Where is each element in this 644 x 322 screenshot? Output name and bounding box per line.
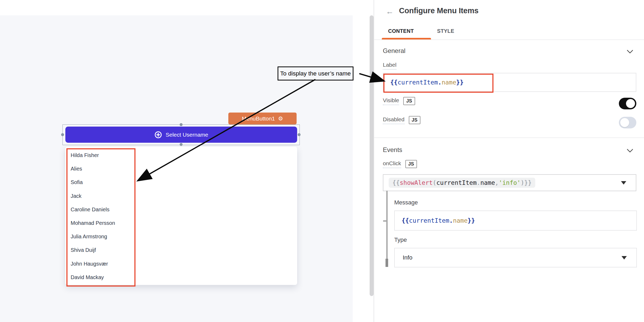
code-paren: ( <box>433 179 436 186</box>
section-divider <box>374 137 644 138</box>
onclick-js-toggle[interactable]: JS <box>405 160 417 168</box>
menu-item[interactable]: Hilda Fisher <box>71 152 131 158</box>
type-label: Type <box>394 236 407 243</box>
disabled-switch[interactable] <box>619 117 636 128</box>
panel-scrollbar[interactable] <box>370 15 374 296</box>
app-root: MenuButton1 ⚙ Select Username Hilda Fish… <box>0 0 644 322</box>
visible-label: Visible <box>383 97 399 105</box>
label-field-label: Label <box>383 62 396 70</box>
onclick-action-chip: {{showAlert(currentItem.name,'info')}} <box>389 178 535 188</box>
message-label: Message <box>394 199 418 206</box>
message-input[interactable]: {{currentItem.name}} <box>394 211 637 231</box>
tabbar-divider <box>374 39 644 40</box>
code-close-braces: }} <box>524 179 532 186</box>
chevron-down-icon[interactable] <box>627 148 633 153</box>
menu-item[interactable]: Shiva Duijf <box>71 247 131 253</box>
code-string: 'info' <box>499 179 521 186</box>
code-open-braces: {{ <box>402 217 409 224</box>
menu-item-list: Hilda Fisher Alies Sofia Jack Caroline D… <box>71 149 131 284</box>
code-comma: , <box>495 179 499 186</box>
type-selected-value: Info <box>403 254 412 261</box>
message-input-value: {{currentItem.name}} <box>402 217 475 224</box>
code-object: currentItem <box>409 217 449 224</box>
action-tree-connector-end <box>386 259 388 267</box>
back-button[interactable]: ← <box>384 6 395 17</box>
menu-item[interactable]: Sofia <box>71 179 131 185</box>
menu-item[interactable]: Mohamad Persson <box>71 220 131 226</box>
action-tree-connector <box>386 191 388 267</box>
panel-title: Configure Menu Items <box>399 6 479 15</box>
onclick-action-select[interactable]: {{showAlert(currentItem.name,'info')}} <box>383 174 636 191</box>
plus-circle-icon <box>154 131 162 139</box>
code-dot: . <box>449 217 453 224</box>
select-username-label: Select Username <box>166 132 208 138</box>
section-events-title: Events <box>383 146 402 154</box>
resize-handle-top[interactable] <box>180 123 183 126</box>
code-prop: name <box>453 217 468 224</box>
resize-handle-right[interactable] <box>298 133 301 136</box>
code-dot: . <box>477 179 480 186</box>
widget-name-label: MenuButton1 <box>242 115 275 122</box>
menu-item[interactable]: David Mackay <box>71 274 131 280</box>
dropdown-caret-icon[interactable] <box>621 181 626 185</box>
visible-switch[interactable] <box>619 98 636 109</box>
dropdown-caret-icon[interactable] <box>622 256 627 260</box>
panel-divider <box>374 0 374 322</box>
switch-knob <box>620 118 629 127</box>
gear-icon[interactable]: ⚙ <box>278 116 283 121</box>
disabled-js-toggle[interactable]: JS <box>409 116 420 124</box>
menu-item[interactable]: John Haugsvær <box>71 261 131 267</box>
menu-item[interactable]: Jack <box>71 193 131 199</box>
code-close-braces: }} <box>468 217 475 224</box>
section-general-title: General <box>383 47 405 55</box>
resize-handle-bottom[interactable] <box>180 143 183 146</box>
select-username-button[interactable]: Select Username <box>65 127 297 143</box>
tab-style[interactable]: STYLE <box>437 28 454 34</box>
chevron-down-icon[interactable] <box>627 49 633 54</box>
code-paren: ) <box>521 179 524 186</box>
widget-name-tag[interactable]: MenuButton1 ⚙ <box>228 113 297 124</box>
visible-js-toggle[interactable]: JS <box>403 97 415 105</box>
menu-item[interactable]: Julia Armstrong <box>71 234 131 240</box>
disabled-label: Disabled <box>383 116 405 124</box>
menu-item[interactable]: Alies <box>71 166 131 172</box>
switch-knob <box>626 99 635 108</box>
type-select[interactable]: Info <box>394 248 637 267</box>
code-open-braces: {{ <box>392 179 400 186</box>
code-prop: name <box>480 179 495 186</box>
resize-handle-left[interactable] <box>61 133 64 136</box>
menu-item[interactable]: Caroline Daniels <box>71 207 131 213</box>
tab-content[interactable]: CONTENT <box>388 28 414 34</box>
action-tree-tick <box>383 220 386 222</box>
onclick-label: onClick <box>383 160 401 168</box>
code-function: showAlert <box>400 179 433 186</box>
code-object: currentItem <box>436 179 477 186</box>
annotation-callout: To display the user’s name <box>278 66 353 80</box>
annotation-highlight-label-input <box>383 74 493 93</box>
